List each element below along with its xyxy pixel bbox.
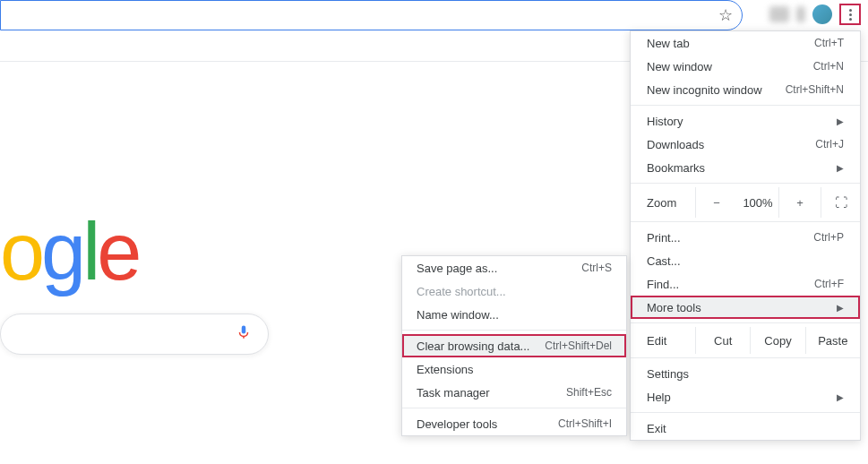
- menu-shortcut: Ctrl+J: [815, 138, 844, 150]
- menu-label: Task manager: [417, 386, 490, 400]
- fullscreen-icon: ⛶: [835, 195, 847, 210]
- menu-label: Exit: [647, 422, 666, 435]
- menu-shortcut: Shift+Esc: [566, 386, 612, 399]
- submenu-save-page[interactable]: Save page as... Ctrl+S: [402, 256, 626, 279]
- cut-button[interactable]: Cut: [695, 327, 750, 354]
- fullscreen-button[interactable]: ⛶: [821, 187, 860, 218]
- menu-separator: [631, 412, 860, 413]
- menu-label: Clear browsing data...: [417, 339, 529, 353]
- menu-separator: [631, 183, 860, 184]
- menu-label: New window: [647, 60, 712, 73]
- search-input[interactable]: [0, 314, 269, 355]
- submenu-developer-tools[interactable]: Developer tools Ctrl+Shift+I: [402, 412, 626, 435]
- chrome-main-menu: New tab Ctrl+T New window Ctrl+N New inc…: [630, 30, 861, 441]
- menu-label: Developer tools: [417, 417, 497, 431]
- menu-downloads[interactable]: Downloads Ctrl+J: [631, 133, 860, 156]
- submenu-extensions[interactable]: Extensions: [402, 357, 626, 381]
- menu-separator: [631, 322, 860, 323]
- bookmark-star-icon[interactable]: ☆: [718, 5, 733, 25]
- menu-separator: [402, 408, 626, 408]
- address-bar[interactable]: ☆: [0, 0, 743, 30]
- menu-new-tab[interactable]: New tab Ctrl+T: [631, 31, 860, 55]
- menu-label: New tab: [647, 37, 690, 50]
- extension-icon-blurred[interactable]: [796, 6, 805, 22]
- submenu-task-manager[interactable]: Task manager Shift+Esc: [402, 381, 626, 404]
- microphone-icon[interactable]: [236, 322, 252, 346]
- menu-label: More tools: [647, 301, 701, 314]
- chevron-right-icon: ▶: [837, 303, 844, 313]
- submenu-create-shortcut: Create shortcut...: [402, 279, 626, 303]
- more-tools-submenu: Save page as... Ctrl+S Create shortcut..…: [401, 255, 627, 436]
- submenu-clear-browsing-data[interactable]: Clear browsing data... Ctrl+Shift+Del: [402, 334, 626, 357]
- menu-label: History: [647, 115, 683, 128]
- menu-separator: [631, 357, 860, 358]
- submenu-name-window[interactable]: Name window...: [402, 303, 626, 326]
- menu-shortcut: Ctrl+F: [814, 278, 844, 290]
- menu-label: Extensions: [417, 363, 474, 376]
- menu-bookmarks[interactable]: Bookmarks ▶: [631, 156, 860, 179]
- zoom-out-button[interactable]: −: [695, 187, 737, 218]
- toolbar-right: [769, 4, 861, 25]
- menu-shortcut: Ctrl+Shift+N: [786, 83, 844, 96]
- google-logo: ogle: [0, 206, 138, 298]
- zoom-in-button[interactable]: +: [778, 187, 821, 218]
- chevron-right-icon: ▶: [837, 116, 844, 126]
- menu-new-window[interactable]: New window Ctrl+N: [631, 55, 860, 78]
- edit-label: Edit: [631, 334, 695, 348]
- chevron-right-icon: ▶: [837, 392, 844, 402]
- menu-cast[interactable]: Cast...: [631, 249, 860, 272]
- menu-edit-row: Edit Cut Copy Paste: [631, 327, 860, 354]
- menu-shortcut: Ctrl+T: [814, 37, 844, 49]
- menu-print[interactable]: Print... Ctrl+P: [631, 226, 860, 249]
- menu-label: Downloads: [647, 138, 704, 151]
- menu-help[interactable]: Help ▶: [631, 385, 860, 408]
- chrome-menu-button[interactable]: [839, 4, 861, 25]
- menu-shortcut: Ctrl+Shift+Del: [545, 339, 612, 352]
- menu-history[interactable]: History ▶: [631, 109, 860, 133]
- paste-button[interactable]: Paste: [805, 327, 860, 354]
- menu-more-tools[interactable]: More tools ▶: [631, 296, 860, 319]
- logo-letter: e: [97, 207, 138, 296]
- menu-separator: [631, 221, 860, 222]
- menu-separator: [631, 105, 860, 106]
- extension-icon-blurred[interactable]: [769, 6, 789, 22]
- menu-label: Save page as...: [417, 262, 497, 275]
- zoom-label: Zoom: [631, 196, 695, 210]
- zoom-value: 100%: [737, 187, 778, 218]
- menu-label: Create shortcut...: [417, 285, 506, 298]
- menu-shortcut: Ctrl+Shift+I: [558, 417, 612, 430]
- menu-label: Settings: [647, 367, 689, 381]
- menu-separator: [402, 330, 626, 331]
- logo-letter: g: [41, 207, 82, 296]
- logo-letter: o: [0, 207, 41, 296]
- menu-label: Print...: [647, 231, 681, 245]
- menu-label: Cast...: [647, 254, 681, 268]
- menu-settings[interactable]: Settings: [631, 362, 860, 385]
- chevron-right-icon: ▶: [837, 163, 844, 173]
- menu-shortcut: Ctrl+P: [813, 231, 844, 244]
- menu-shortcut: Ctrl+N: [813, 60, 844, 73]
- copy-button[interactable]: Copy: [750, 327, 804, 354]
- logo-letter: l: [82, 207, 97, 296]
- menu-label: Name window...: [417, 308, 499, 322]
- menu-incognito[interactable]: New incognito window Ctrl+Shift+N: [631, 78, 860, 101]
- menu-label: Help: [647, 391, 671, 404]
- menu-exit[interactable]: Exit: [631, 417, 860, 440]
- menu-label: New incognito window: [647, 83, 762, 97]
- menu-find[interactable]: Find... Ctrl+F: [631, 272, 860, 296]
- menu-zoom-row: Zoom − 100% + ⛶: [631, 187, 860, 218]
- profile-avatar[interactable]: [812, 4, 832, 24]
- menu-label: Find...: [647, 278, 679, 291]
- menu-shortcut: Ctrl+S: [581, 262, 612, 274]
- menu-label: Bookmarks: [647, 161, 705, 175]
